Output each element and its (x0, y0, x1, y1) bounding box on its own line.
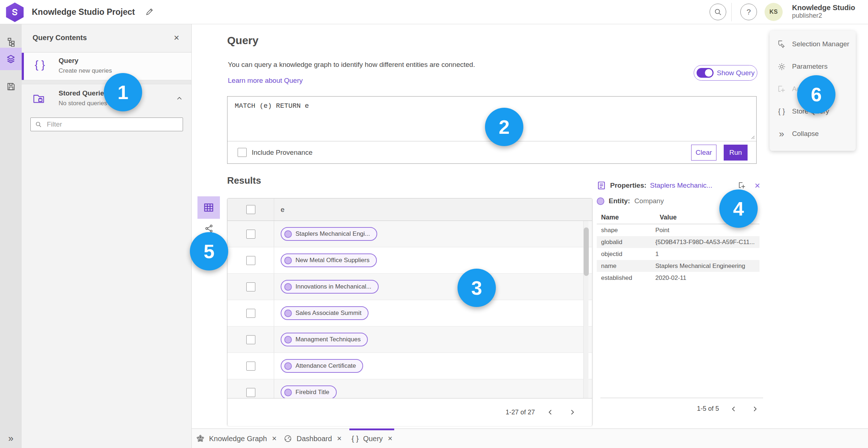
entity-label: Entity: (609, 197, 630, 205)
include-provenance-label: Include Provenance (252, 149, 312, 157)
name-column-header: Name (601, 214, 619, 221)
entity-dot-icon (597, 197, 604, 205)
user-avatar[interactable]: KS (765, 3, 783, 21)
entity-dot-icon (284, 336, 292, 344)
scrollbar-thumb[interactable] (584, 227, 589, 276)
expand-rail-button[interactable]: » (0, 428, 22, 448)
menu-item-parameters[interactable]: Parameters (770, 55, 856, 78)
row-checkbox[interactable] (246, 362, 255, 371)
property-name: name (597, 263, 655, 270)
left-icon-rail: » (0, 24, 22, 448)
entity-pill[interactable]: Innovations in Mechanical... (281, 280, 379, 294)
query-contents-header: Query Contents × (22, 24, 191, 52)
save-icon (7, 82, 16, 91)
results-pagination-text: 1-27 of 27 (506, 409, 535, 416)
double-chevron-icon: » (777, 129, 786, 138)
query-item-title: Query (59, 57, 78, 65)
tab-knowledge-graph[interactable]: Knowledge Graph × (196, 429, 277, 448)
row-checkbox[interactable] (246, 230, 255, 239)
annotation-circle-2: 2 (485, 108, 523, 146)
table-row: Innovations in Mechanical... (227, 274, 592, 300)
entity-pill-label: Innovations in Mechanical... (295, 283, 371, 290)
entity-dot-icon (284, 230, 292, 238)
properties-pagination-text: 1-5 of 5 (697, 405, 719, 413)
entity-pill-label: Staplers Mechanical Engi... (295, 230, 370, 238)
tab-label: Dashboard (297, 435, 332, 443)
entity-pill[interactable]: Firebird Title (281, 385, 337, 398)
entity-pill[interactable]: Sales Associate Summit (281, 306, 369, 320)
properties-entity-link[interactable]: Staplers Mechanic... (650, 182, 712, 189)
row-checkbox[interactable] (246, 388, 255, 397)
save-button[interactable] (0, 76, 22, 97)
close-panel-button[interactable]: × (171, 32, 182, 43)
layers-button-selected[interactable] (0, 48, 22, 70)
next-page-button[interactable] (749, 403, 761, 415)
property-row: established 2020-02-11 (597, 272, 760, 284)
menu-item-selection-manager[interactable]: Selection Manager (770, 33, 856, 55)
previous-page-button[interactable] (728, 403, 740, 415)
menu-item-label: Selection Manager (792, 40, 849, 48)
entity-pill[interactable]: Staplers Mechanical Engi... (281, 227, 377, 241)
row-checkbox[interactable] (246, 335, 255, 344)
resize-handle-icon[interactable] (750, 134, 755, 139)
table-row: New Metal Office Suppliers (227, 247, 592, 274)
annotation-circle-3: 3 (458, 269, 496, 307)
row-checkbox[interactable] (246, 309, 255, 318)
query-item-subtitle: Create new queries (59, 67, 112, 74)
results-pagination: 1-27 of 27 (227, 398, 592, 426)
close-tab-icon[interactable]: × (387, 434, 393, 443)
clear-button[interactable]: Clear (691, 145, 716, 161)
search-button[interactable] (710, 4, 726, 20)
table-row: Firebird Title (227, 379, 592, 398)
select-all-checkbox[interactable] (246, 205, 255, 214)
app-logo-icon[interactable] (5, 3, 25, 22)
property-value: Point (655, 227, 760, 234)
show-query-toggle[interactable]: Show Query (694, 65, 757, 81)
menu-item-collapse[interactable]: » Collapse (770, 123, 856, 145)
close-tab-icon[interactable]: × (336, 434, 342, 443)
close-properties-button[interactable]: × (752, 180, 763, 191)
user-info[interactable]: Knowledge Studio publisher2 (792, 3, 855, 20)
stored-queries-title: Stored Queries (59, 89, 108, 97)
toggle-switch-icon[interactable] (697, 68, 714, 78)
next-page-button[interactable] (566, 406, 578, 418)
table-view-button[interactable] (197, 196, 220, 219)
filter-input[interactable] (46, 120, 178, 129)
entity-dot-icon (284, 310, 292, 317)
entity-pill[interactable]: Attendance Certificate (281, 359, 363, 373)
braces-icon: { } (352, 434, 359, 443)
row-checkbox[interactable] (246, 282, 255, 291)
chevron-left-icon (730, 405, 737, 413)
property-name: objectid (597, 251, 655, 258)
help-button[interactable]: ? (740, 4, 757, 20)
expand-double-chevron-icon: » (8, 433, 13, 444)
run-button[interactable]: Run (724, 145, 748, 161)
edit-title-icon[interactable] (144, 7, 155, 17)
chevron-right-icon (751, 405, 758, 413)
entity-pill-label: New Metal Office Suppliers (295, 257, 370, 264)
close-tab-icon[interactable]: × (271, 434, 277, 443)
table-scrollbar[interactable] (583, 221, 588, 398)
property-row: name Staplers Mechanical Engineering (597, 260, 760, 272)
page-title: Query (227, 34, 259, 47)
braces-icon: { } (777, 107, 786, 116)
entity-pill[interactable]: Managment Techniques (281, 333, 368, 346)
include-provenance-checkbox[interactable] (238, 148, 247, 157)
property-name: shape (597, 227, 655, 234)
stored-queries-folder-icon (33, 92, 45, 104)
filter-field[interactable] (30, 118, 183, 131)
sidebar-item-query[interactable]: { } Query Create new queries (22, 53, 191, 80)
tab-dashboard[interactable]: Dashboard × (284, 429, 342, 448)
collapse-section-button[interactable] (175, 94, 183, 102)
previous-page-button[interactable] (544, 406, 557, 418)
learn-more-link[interactable]: Learn more about Query (228, 77, 303, 85)
entity-pill[interactable]: New Metal Office Suppliers (281, 253, 377, 267)
chevron-right-icon (569, 409, 576, 416)
entity-dot-icon (284, 283, 292, 291)
active-tab-indicator (349, 428, 394, 430)
user-role: publisher2 (792, 12, 855, 20)
property-value: 1 (655, 251, 760, 258)
tab-query-active[interactable]: { } Query × (352, 429, 393, 448)
table-row: Staplers Mechanical Engi... (227, 221, 592, 247)
row-checkbox[interactable] (246, 256, 255, 265)
